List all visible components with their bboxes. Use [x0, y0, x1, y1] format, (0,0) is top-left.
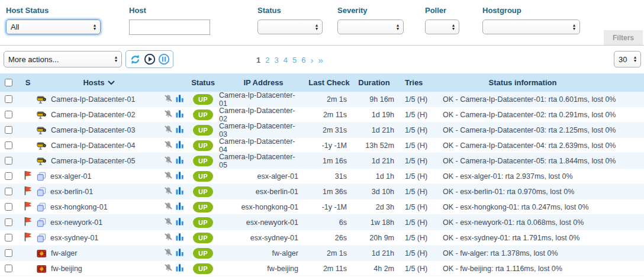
page-1[interactable]: 1 — [256, 55, 260, 64]
last-check: 31s — [308, 169, 350, 183]
host-status-select[interactable]: All ▴▾ — [6, 20, 101, 34]
ip-address: fw-alger — [219, 246, 308, 260]
host-name[interactable]: Camera-Ip-Datacenter-05 — [51, 157, 135, 165]
notifications-muted-icon[interactable] — [164, 125, 173, 136]
host-name[interactable]: Camera-Ip-Datacenter-04 — [51, 141, 135, 150]
row-checkbox[interactable] — [5, 265, 12, 272]
notifications-muted-icon[interactable] — [164, 156, 173, 166]
col-ip[interactable]: IP Address — [219, 73, 308, 92]
filter-severity: Severity ▴▾ — [337, 6, 404, 34]
col-hosts[interactable]: Hosts — [36, 73, 161, 92]
page-6[interactable]: 6 — [301, 55, 305, 64]
row-checkbox[interactable] — [5, 172, 12, 180]
performance-graph-icon[interactable] — [176, 94, 184, 104]
performance-graph-icon[interactable] — [176, 156, 184, 166]
table-row: Camera-Ip-Datacenter-05 UP Camera-Ip-Dat… — [0, 153, 644, 169]
notifications-muted-icon[interactable] — [164, 94, 173, 105]
filter-host-status: Host Status All ▴▾ — [6, 6, 101, 34]
duration: 20h 9m — [350, 230, 398, 245]
page-5[interactable]: 5 — [292, 55, 297, 64]
row-checkbox[interactable] — [5, 141, 12, 149]
performance-graph-icon[interactable] — [176, 233, 184, 243]
hostgroup-label: Hostgroup — [482, 6, 580, 15]
last-check: 2m 31s — [308, 123, 350, 137]
performance-graph-icon[interactable] — [176, 186, 184, 197]
row-checkbox[interactable] — [5, 234, 12, 241]
col-hosts-label: Hosts — [83, 78, 104, 87]
host-name[interactable]: fw-beijing — [51, 265, 82, 273]
host-input[interactable] — [129, 20, 210, 35]
status-information: OK - Camera-Ip-Datacenter-05: rta 1.844m… — [436, 153, 644, 168]
performance-graph-icon[interactable] — [176, 125, 184, 135]
page-size-select[interactable]: 30 ▴▾ — [614, 51, 641, 67]
status-select[interactable]: ▴▾ — [257, 20, 323, 34]
page-3[interactable]: 3 — [274, 55, 278, 64]
col-tries[interactable]: Tries — [398, 73, 436, 92]
row-checkbox[interactable] — [5, 203, 12, 211]
performance-graph-icon[interactable] — [176, 263, 184, 273]
host-name[interactable]: Camera-Ip-Datacenter-03 — [51, 126, 135, 134]
col-last-check[interactable]: Last Check — [308, 73, 350, 92]
notifications-muted-icon[interactable] — [164, 248, 173, 259]
host-name[interactable]: Camera-Ip-Datacenter-02 — [51, 111, 135, 119]
col-duration[interactable]: Duration — [350, 73, 398, 92]
notifications-muted-icon[interactable] — [164, 140, 173, 151]
refresh-icon[interactable] — [129, 53, 141, 66]
performance-graph-icon[interactable] — [176, 140, 184, 150]
col-status[interactable]: Status — [187, 73, 219, 92]
performance-graph-icon[interactable] — [176, 248, 184, 258]
tries: 1/5 (H) — [398, 107, 436, 122]
row-checkbox[interactable] — [5, 126, 12, 134]
performance-graph-icon[interactable] — [176, 202, 184, 212]
host-name[interactable]: esx-hongkong-01 — [50, 203, 108, 211]
host-name[interactable]: esx-alger-01 — [50, 172, 91, 181]
host-name[interactable]: Camera-Ip-Datacenter-01 — [51, 95, 135, 104]
performance-graph-icon[interactable] — [176, 109, 184, 120]
host-name[interactable]: esx-berlin-01 — [50, 188, 93, 196]
pagination: 123456›» — [256, 55, 323, 64]
row-checkbox[interactable] — [5, 249, 12, 257]
notifications-muted-icon[interactable] — [164, 217, 173, 228]
vm-icon — [37, 218, 46, 227]
duration: 1d 21h — [350, 153, 398, 168]
row-checkbox[interactable] — [5, 188, 12, 195]
notifications-muted-icon[interactable] — [164, 171, 173, 182]
filters-tab[interactable]: Filters — [604, 30, 643, 45]
tries: 1/5 (H) — [398, 92, 436, 107]
status-information: OK - esx-alger-01: rta 2.937ms, lost 0% — [436, 169, 644, 183]
duration: 1d 1h — [350, 169, 398, 183]
severity-flag-icon — [24, 232, 32, 243]
notifications-muted-icon[interactable] — [164, 109, 173, 120]
row-checkbox[interactable] — [5, 157, 12, 165]
row-checkbox[interactable] — [5, 111, 12, 118]
col-status-info[interactable]: Status information — [436, 73, 644, 92]
duration: 1w 18h — [350, 215, 398, 230]
more-actions-select[interactable]: More actions... ▴▾ — [4, 51, 122, 67]
notifications-muted-icon[interactable] — [164, 263, 173, 274]
notifications-muted-icon[interactable] — [164, 233, 173, 243]
filter-bar: Host Status All ▴▾ Host Status ▴▾ Severi… — [0, 0, 644, 46]
host-name[interactable]: esx-newyork-01 — [50, 218, 102, 227]
camera-icon — [37, 156, 47, 166]
severity-select[interactable]: ▴▾ — [337, 20, 404, 34]
table-header: S Hosts Status IP Address Last Check Dur… — [0, 73, 644, 92]
notifications-muted-icon[interactable] — [164, 202, 173, 212]
last-page-icon[interactable]: » — [318, 55, 323, 64]
host-name[interactable]: esx-sydney-01 — [50, 234, 98, 242]
row-checkbox[interactable] — [5, 218, 12, 226]
notifications-muted-icon[interactable] — [164, 186, 173, 197]
row-checkbox[interactable] — [5, 95, 12, 103]
pause-icon[interactable] — [157, 53, 170, 66]
page-4[interactable]: 4 — [284, 55, 288, 64]
hostgroup-select[interactable]: ▴▾ — [482, 20, 580, 34]
performance-graph-icon[interactable] — [176, 171, 184, 181]
performance-graph-icon[interactable] — [176, 217, 184, 227]
page-2[interactable]: 2 — [265, 55, 269, 64]
select-all-checkbox[interactable] — [5, 79, 12, 86]
next-page-icon[interactable]: › — [310, 55, 313, 64]
play-icon[interactable] — [143, 53, 156, 66]
table-body: Camera-Ip-Datacenter-01 UP Camera-Ip-Dat… — [0, 92, 644, 276]
col-severity[interactable]: S — [20, 73, 36, 92]
poller-select[interactable]: ▴▾ — [425, 20, 459, 34]
host-name[interactable]: fw-alger — [51, 249, 77, 257]
